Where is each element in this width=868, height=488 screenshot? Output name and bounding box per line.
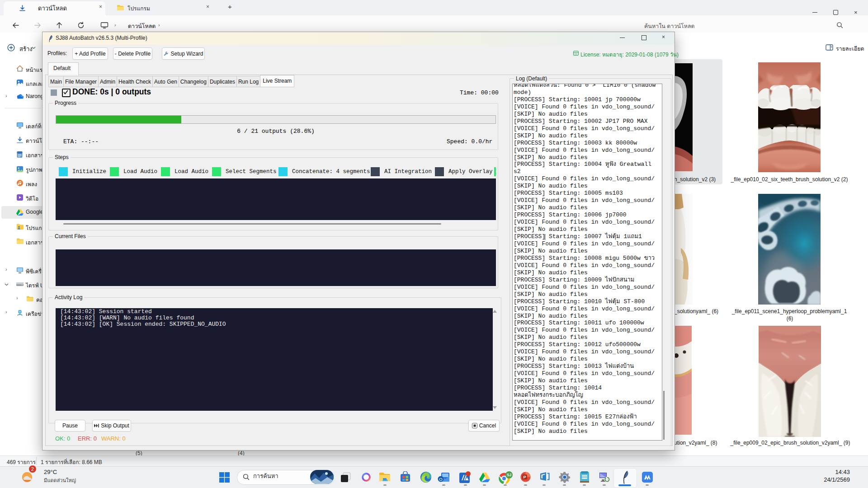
svg-text:O: O bbox=[439, 477, 442, 482]
svg-text:P: P bbox=[523, 475, 526, 479]
svg-text:SJ: SJ bbox=[507, 473, 512, 477]
